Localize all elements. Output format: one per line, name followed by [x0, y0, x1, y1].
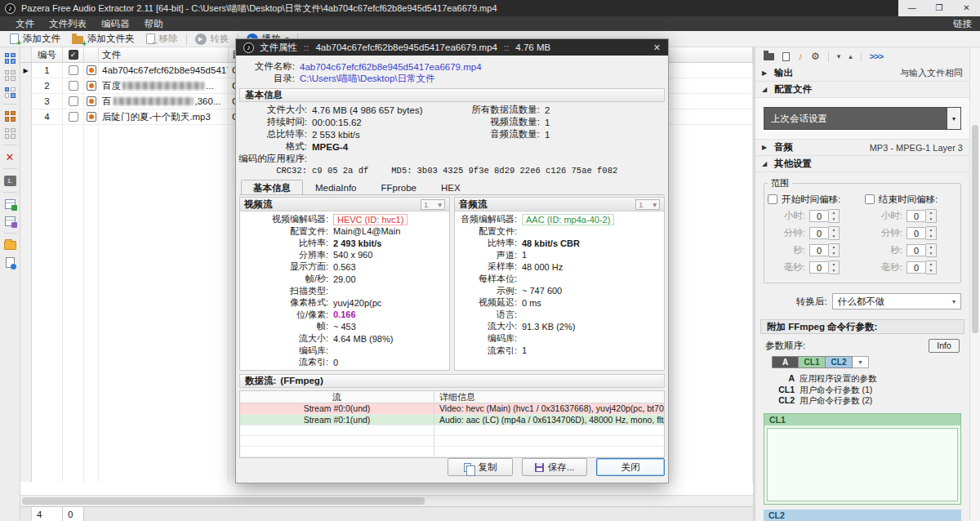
scrollbar-thumb[interactable]: [972, 125, 978, 333]
spinner-buttons[interactable]: ▴▾: [829, 243, 840, 257]
menu-help[interactable]: 帮助: [137, 18, 171, 30]
document-icon[interactable]: [782, 52, 790, 61]
close-dialog-button[interactable]: 关闭: [596, 458, 665, 476]
add-files-button[interactable]: + 添加文件: [4, 32, 66, 47]
horizontal-scrollbar[interactable]: [20, 495, 753, 506]
row-checkbox[interactable]: [69, 112, 78, 122]
spin-up-icon[interactable]: ▴: [829, 261, 839, 268]
spinner-buttons[interactable]: ▴▾: [926, 226, 937, 240]
column-number[interactable]: 编号: [32, 47, 63, 62]
spinner-buttons[interactable]: ▴▾: [829, 260, 840, 274]
spin-down-icon[interactable]: ▾: [926, 234, 936, 240]
scrollbar-thumb[interactable]: [22, 497, 425, 505]
section-other[interactable]: ◢ 其他设置: [755, 156, 969, 172]
spinner-value[interactable]: 0: [809, 227, 829, 239]
segment-a[interactable]: A: [772, 356, 799, 368]
spin-down-icon[interactable]: ▾: [829, 268, 839, 274]
spinner-value[interactable]: 0: [809, 210, 829, 222]
video-stream-selector[interactable]: 1▾: [421, 199, 445, 210]
spinner-buttons[interactable]: ▴▾: [829, 226, 840, 240]
row-checkbox[interactable]: [69, 65, 78, 75]
menu-file-list[interactable]: 文件列表: [42, 18, 94, 30]
chevron-down-icon[interactable]: ▾: [837, 52, 841, 60]
file-properties-button[interactable]: [2, 255, 18, 269]
spin-down-icon[interactable]: ▾: [829, 216, 839, 223]
cl1-textarea[interactable]: [767, 428, 958, 502]
offset-checkbox[interactable]: [768, 194, 777, 204]
gear-icon[interactable]: ⚙: [811, 51, 820, 62]
spinner-value[interactable]: 0: [906, 210, 926, 222]
spin-down-icon[interactable]: ▾: [829, 251, 839, 257]
check-group-button[interactable]: [2, 109, 18, 123]
vertical-scrollbar[interactable]: [969, 47, 980, 521]
menu-file[interactable]: 文件: [8, 18, 42, 30]
spin-up-icon[interactable]: ▴: [829, 227, 839, 234]
segment-cl1[interactable]: CL1: [799, 356, 826, 368]
spinner-buttons[interactable]: ▴▾: [926, 243, 937, 257]
tab-mediainfo[interactable]: MediaInfo: [303, 180, 369, 194]
section-profile[interactable]: ◢ 配置文件: [755, 82, 969, 98]
profile-select[interactable]: 上次会话设置 ▾: [764, 107, 961, 130]
segment-cl2[interactable]: CL2: [826, 356, 853, 368]
remove-button[interactable]: − 移除: [140, 32, 184, 47]
maximize-button[interactable]: ❐: [925, 0, 952, 16]
menu-links[interactable]: 链接: [953, 18, 972, 30]
save-button[interactable]: 保存...: [522, 458, 587, 476]
spinner-buttons[interactable]: ▴▾: [926, 209, 937, 223]
column-file[interactable]: 文件: [99, 47, 229, 62]
file-dir-link[interactable]: C:\Users\喵喵\Desktop\日常文件: [300, 73, 435, 85]
copy-button[interactable]: 复制: [448, 458, 513, 476]
uncheck-group-button[interactable]: [2, 126, 18, 140]
deselect-all-button[interactable]: [2, 68, 18, 82]
folder-icon[interactable]: [764, 53, 774, 60]
add-folder-button[interactable]: + 添加文件夹: [66, 32, 140, 47]
spin-down-icon[interactable]: ▾: [926, 251, 936, 257]
segment-dropdown[interactable]: ▾: [853, 356, 869, 368]
section-audio[interactable]: ▶ 音频 MP3 - MPEG-1 Layer 3: [755, 140, 969, 156]
spin-up-icon[interactable]: ▴: [829, 244, 839, 251]
minimize-button[interactable]: —: [898, 0, 925, 16]
close-button[interactable]: ✕: [953, 0, 980, 16]
column-checkbox[interactable]: ✓: [63, 47, 84, 62]
spinner-value[interactable]: 0: [809, 244, 829, 256]
tab-ffprobe[interactable]: FFprobe: [369, 180, 429, 194]
menu-encoders[interactable]: 编码器: [94, 18, 137, 30]
spinner-value[interactable]: 0: [906, 244, 926, 256]
dropdown-arrow-icon[interactable]: ▾: [947, 108, 960, 129]
spinner-buttons[interactable]: ▴▾: [926, 260, 937, 274]
spin-up-icon[interactable]: ▴: [829, 210, 839, 216]
chevron-up-icon[interactable]: ▴: [849, 52, 853, 60]
spinner-value[interactable]: 0: [809, 261, 829, 274]
header-checkbox[interactable]: ✓: [69, 50, 78, 60]
spin-up-icon[interactable]: ▴: [926, 261, 936, 268]
spinner-value[interactable]: 0: [906, 261, 926, 274]
tab-basic-info[interactable]: 基本信息: [241, 180, 303, 194]
open-folder-button[interactable]: [2, 238, 18, 252]
spin-down-icon[interactable]: ▾: [829, 234, 839, 240]
invert-selection-button[interactable]: [2, 85, 18, 100]
dialog-close-button[interactable]: ✕: [653, 42, 661, 53]
after-convert-select[interactable]: 什么都不做 ▾: [832, 293, 961, 309]
convert-button[interactable]: ▶ 转换: [189, 32, 235, 47]
info-button[interactable]: Info: [929, 339, 960, 353]
spin-up-icon[interactable]: ▴: [926, 210, 936, 216]
stream-table-row[interactable]: Stream #0:0(und)Video: hevc (Main) (hvc1…: [240, 403, 664, 415]
file-name-link[interactable]: 4ab704c67efcf62b8e945d5417ea6679.mp4: [300, 62, 482, 72]
renumber-button[interactable]: 1.: [2, 173, 18, 188]
stream-table-row[interactable]: Stream #0:1(und)Audio: aac (LC) (mp4a / …: [240, 415, 664, 426]
remove-files-button[interactable]: ✕: [2, 149, 18, 164]
dialog-titlebar[interactable]: ♪ 文件属性::4ab704c67efcf62b8e945d5417ea6679…: [236, 39, 668, 56]
row-checkbox[interactable]: [69, 81, 78, 91]
select-all-button[interactable]: [2, 51, 18, 65]
section-output[interactable]: ▶ 输出 与输入文件相同: [755, 65, 969, 82]
spin-up-icon[interactable]: ▴: [926, 227, 936, 234]
audio-stream-selector[interactable]: 1▾: [635, 199, 660, 210]
expand-all-icon[interactable]: >>>: [870, 51, 883, 61]
spinner-value[interactable]: 0: [906, 227, 926, 239]
offset-checkbox[interactable]: [865, 194, 875, 204]
music-note-icon[interactable]: ♪: [798, 51, 803, 62]
spin-up-icon[interactable]: ▴: [926, 244, 936, 251]
row-checkbox[interactable]: [69, 96, 78, 106]
tab-hex[interactable]: HEX: [429, 180, 473, 194]
export-list-button[interactable]: [2, 197, 18, 212]
